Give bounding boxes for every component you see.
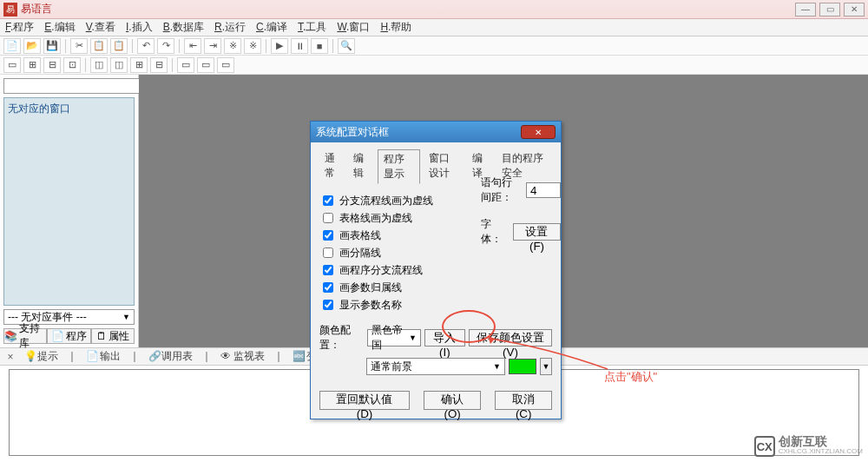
tb-bookmark-icon[interactable]: ※ <box>224 38 241 54</box>
chk-branch-dashed[interactable] <box>323 195 333 206</box>
menu-item[interactable]: E.编辑 <box>44 20 75 35</box>
tb-pause-icon[interactable]: ⏸ <box>291 38 308 54</box>
maximize-button[interactable]: ▭ <box>819 3 840 16</box>
tb-open-icon[interactable]: 📂 <box>23 38 41 54</box>
chevron-down-icon: ▼ <box>122 313 130 321</box>
tb2-icon[interactable]: ⊡ <box>63 57 81 73</box>
color-element-select[interactable]: 通常前景▼ <box>366 358 505 375</box>
menu-item[interactable]: T.工具 <box>298 20 326 35</box>
tab-edit[interactable]: 编辑 <box>348 149 373 184</box>
watermark-logo: CX <box>754 436 775 457</box>
minimize-button[interactable]: — <box>795 3 816 16</box>
menu-item[interactable]: H.帮助 <box>380 20 411 35</box>
tab-program[interactable]: 📄 程序 <box>47 328 90 344</box>
tb-outdent-icon[interactable]: ⇤ <box>184 38 201 54</box>
bottom-tab[interactable]: 📄 输出 <box>86 349 120 364</box>
save-color-button[interactable]: 保存颜色设置(V) <box>469 329 552 346</box>
tb-redo-icon[interactable]: ↷ <box>157 38 174 54</box>
color-swatch[interactable] <box>509 359 536 374</box>
sidebar-tree[interactable]: 无对应的窗口 <box>3 97 135 306</box>
bottom-tab[interactable]: 💡 提示 <box>24 349 58 364</box>
tb2-icon[interactable]: ⊞ <box>23 57 41 73</box>
tb-undo-icon[interactable]: ↶ <box>137 38 155 54</box>
dialog-title: 系统配置对话框 <box>316 125 389 140</box>
chk-label: 画参数归属线 <box>339 280 402 295</box>
chk-label: 表格线画为虚线 <box>339 211 412 226</box>
tb-new-icon[interactable]: 📄 <box>3 38 21 54</box>
chk-draw-branch[interactable] <box>323 265 333 275</box>
chk-grid-dashed[interactable] <box>323 213 333 223</box>
tb-find-icon[interactable]: 🔍 <box>338 38 355 54</box>
sidebar-dropdown[interactable]: ▼ <box>3 78 135 94</box>
menu-item[interactable]: B.数据库 <box>163 20 204 35</box>
color-picker-dropdown[interactable]: ▼ <box>540 358 552 375</box>
menu-item[interactable]: R.运行 <box>214 20 246 35</box>
font-label: 字体： <box>481 217 508 247</box>
dialog-title-bar[interactable]: 系统配置对话框 ✕ <box>311 122 561 142</box>
chk-show-param-names[interactable] <box>323 300 333 310</box>
color-scheme-select[interactable]: 黑色帝国▼ <box>367 329 420 346</box>
toolbar-1: 📄 📂 💾 ✂ 📋 📋 ↶ ↷ ⇤ ⇥ ※ ※ ▶ ⏸ ■ 🔍 <box>0 36 868 56</box>
app-title: 易语言 <box>21 2 52 16</box>
tab-general[interactable]: 通常 <box>319 149 345 184</box>
watermark: CX 创新互联 CXHLCG.XINTZLIAN.COM <box>754 436 863 457</box>
tab-program-display[interactable]: 程序显示 <box>378 149 420 184</box>
app-icon: 易 <box>3 3 17 16</box>
tab-window-design[interactable]: 窗口设计 <box>424 149 464 184</box>
call-icon: 🔗 <box>148 350 159 362</box>
tb-cut-icon[interactable]: ✂ <box>70 38 88 54</box>
tb2-icon[interactable]: ⊟ <box>150 57 168 73</box>
tb-run-icon[interactable]: ▶ <box>271 38 288 54</box>
tb2-icon[interactable]: ▭ <box>197 57 214 73</box>
sidebar: ▼ 无对应的窗口 --- 无对应事件 --- ▼ 📚 支持库 📄 程序 🗒 属性 <box>0 75 139 347</box>
font-settings-button[interactable]: 设置(F) <box>513 223 561 241</box>
bottom-tab[interactable]: 🔗 调用表 <box>148 349 193 364</box>
chk-label: 画程序分支流程线 <box>339 263 423 278</box>
line-spacing-label: 语句行间距： <box>481 175 521 205</box>
tb-copy-icon[interactable]: 📋 <box>90 38 108 54</box>
menu-item[interactable]: V.查看 <box>86 20 115 35</box>
bottom-tab[interactable]: 👁 监视表 <box>220 349 265 364</box>
window-controls: — ▭ ✕ <box>795 3 865 16</box>
chk-label: 显示参数名称 <box>339 298 402 313</box>
chk-label: 画分隔线 <box>339 246 381 261</box>
var-icon: 🔤 <box>293 350 303 362</box>
annotation-text: 点击"确认" <box>604 369 657 385</box>
tb-save-icon[interactable]: 💾 <box>43 38 61 54</box>
tb2-icon[interactable]: ▭ <box>177 57 194 73</box>
tb-indent-icon[interactable]: ⇥ <box>204 38 221 54</box>
tb2-icon[interactable]: ▭ <box>217 57 234 73</box>
tb-stop-icon[interactable]: ■ <box>311 38 328 54</box>
tb-bookmark-next-icon[interactable]: ※ <box>244 38 261 54</box>
line-spacing-input[interactable] <box>526 182 561 198</box>
tab-properties[interactable]: 🗒 属性 <box>91 328 135 344</box>
tb2-icon[interactable]: ◫ <box>110 57 128 73</box>
ok-button[interactable]: 确认(O) <box>424 391 481 410</box>
tb2-icon[interactable]: ▭ <box>3 57 21 73</box>
settings-dialog: 系统配置对话框 ✕ 通常 编辑 程序显示 窗口设计 编译 目的程序安全 分支流程… <box>310 121 562 419</box>
menu-item[interactable]: F.程序 <box>5 20 34 35</box>
menu-item[interactable]: W.窗口 <box>337 20 370 35</box>
title-bar: 易 易语言 — ▭ ✕ <box>0 0 868 19</box>
tb-paste-icon[interactable]: 📋 <box>110 38 128 54</box>
dialog-close-button[interactable]: ✕ <box>521 125 556 139</box>
menu-item[interactable]: I.插入 <box>126 20 153 35</box>
watch-icon: 👁 <box>220 350 231 362</box>
tb2-icon[interactable]: ◫ <box>90 57 108 73</box>
chk-draw-grid[interactable] <box>323 230 333 241</box>
tab-support-lib[interactable]: 📚 支持库 <box>3 328 47 344</box>
close-panel-icon[interactable]: × <box>5 351 16 363</box>
close-button[interactable]: ✕ <box>844 3 865 16</box>
chk-draw-param-line[interactable] <box>323 282 333 293</box>
chk-draw-separator[interactable] <box>323 248 333 258</box>
chk-label: 分支流程线画为虚线 <box>339 194 433 208</box>
import-button[interactable]: 导入(I) <box>424 329 465 346</box>
chk-label: 画表格线 <box>339 228 381 243</box>
tb2-icon[interactable]: ⊞ <box>130 57 148 73</box>
toolbar-2: ▭ ⊞ ⊟ ⊡ ◫ ◫ ⊞ ⊟ ▭ ▭ ▭ <box>0 56 868 75</box>
sidebar-dropdown-input[interactable] <box>3 78 155 94</box>
cancel-button[interactable]: 取消(C) <box>495 391 552 410</box>
tb2-icon[interactable]: ⊟ <box>43 57 61 73</box>
reset-defaults-button[interactable]: 置回默认值(D) <box>319 391 410 410</box>
menu-item[interactable]: C.编译 <box>256 20 287 35</box>
